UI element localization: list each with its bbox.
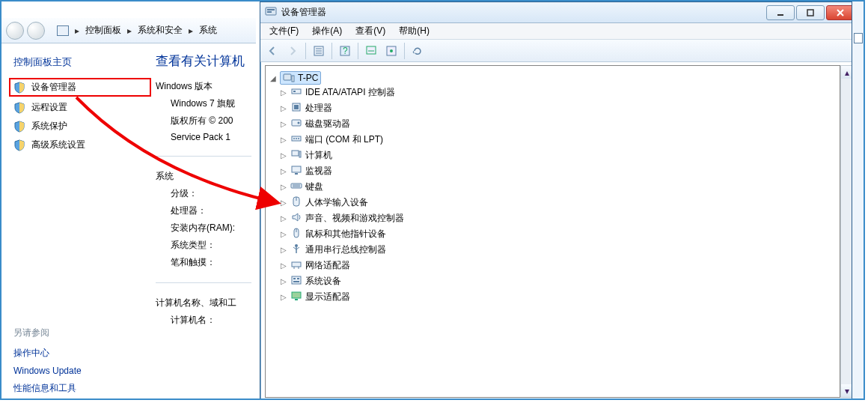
control-panel-window: ▸ 控制面板 ▸ 系统和安全 ▸ 系统 控制面板主页 设备管理器远程设置系统保护… [1,18,256,393]
divider [156,156,251,157]
minimize-button[interactable] [766,5,795,20]
toolbar-refresh-icon[interactable] [409,42,427,60]
expand-icon[interactable]: ▷ [279,136,287,144]
tree-node-label: 网络适配器 [305,259,350,272]
expand-icon[interactable]: ▷ [279,167,287,175]
device-icon [290,274,302,288]
menu-action[interactable]: 操作(A) [306,23,348,39]
maximize-button[interactable] [796,5,825,20]
expand-icon[interactable]: ▷ [279,230,287,238]
expand-icon[interactable]: ▷ [279,151,287,160]
sidebar-item-label: 系统保护 [31,120,67,133]
tree-node[interactable]: ▷磁盘驱动器 [279,116,837,132]
svg-point-15 [390,49,393,52]
tree-node[interactable]: ▷声音、视频和游戏控制器 [279,210,837,226]
tree-node[interactable]: ▷人体学输入设备 [279,195,837,210]
tree-root[interactable]: ◢ T-PC [269,71,837,85]
device-icon [290,117,302,131]
scroll-down-icon[interactable]: ▾ [841,384,852,397]
toolbar-help-icon[interactable]: ? [336,42,354,60]
menu-view[interactable]: 查看(V) [349,23,391,39]
tree-node[interactable]: ▷端口 (COM 和 LPT) [279,132,837,148]
scroll-up-icon[interactable]: ▴ [841,66,852,79]
expand-icon[interactable]: ▷ [279,183,287,191]
breadcrumb[interactable]: 系统和安全 [138,24,183,37]
edition-line: Windows 7 旗舰 [171,97,251,110]
expand-icon[interactable]: ▷ [279,120,287,128]
svg-rect-47 [293,278,296,279]
scroll-track[interactable] [841,79,852,384]
expand-icon[interactable]: ▷ [279,104,287,112]
see-also-link[interactable]: 性能信息和工具 [13,379,151,398]
tree-node[interactable]: ▷网络适配器 [279,258,837,273]
tree-node[interactable]: ▷显示适配器 [279,289,837,305]
chevron-right-icon: ▸ [75,25,79,36]
tree-node[interactable]: ▷计算机 [279,148,837,163]
toolbar-forward-icon[interactable] [284,42,302,60]
tree-root-label: T-PC [298,73,318,83]
expand-icon[interactable]: ▷ [279,199,287,207]
back-button[interactable] [6,22,24,40]
search-icon[interactable] [854,33,863,43]
expand-icon[interactable]: ▷ [279,261,287,270]
tree-node[interactable]: ▷IDE ATA/ATAPI 控制器 [279,85,837,100]
svg-point-26 [296,138,297,139]
sidebar-item-1[interactable]: 远程设置 [9,98,151,117]
sidebar-item-0[interactable]: 设备管理器 [9,78,151,97]
control-panel-home-link[interactable]: 控制面板主页 [13,55,151,69]
tree-node-label: 显示适配器 [305,291,350,303]
expand-icon[interactable]: ▷ [279,293,287,301]
sidebar-item-label: 设备管理器 [31,81,76,94]
tree-node-label: 端口 (COM 和 LPT) [305,133,383,146]
breadcrumb[interactable]: 控制面板 [85,24,121,37]
menu-file[interactable]: 文件(F) [263,23,305,39]
svg-rect-16 [284,74,291,80]
tree-node[interactable]: ▷鼠标和其他指针设备 [279,226,837,242]
shield-icon [13,102,25,114]
svg-text:?: ? [343,46,348,56]
toolbar-detail-icon[interactable] [310,42,328,60]
svg-rect-29 [299,151,301,157]
sidebar-item-3[interactable]: 高级系统设置 [9,136,151,154]
title-bar[interactable]: 设备管理器 [260,2,856,23]
breadcrumb[interactable]: 系统 [199,24,217,37]
expand-icon[interactable]: ▷ [279,277,287,285]
tree-node-label: IDE ATA/ATAPI 控制器 [305,86,395,99]
tree-node[interactable]: ▷通用串行总线控制器 [279,242,837,258]
section-label: Windows 版本 [156,80,251,93]
close-button[interactable] [826,5,855,20]
svg-rect-32 [291,184,302,188]
tree-node-label: 人体学输入设备 [305,196,368,209]
expand-icon[interactable]: ▷ [279,246,287,254]
tree-node[interactable]: ▷处理器 [279,100,837,116]
tree-node-label: 磁盘驱动器 [305,118,350,130]
divider [156,282,251,283]
window-title: 设备管理器 [281,6,326,19]
toolbar-separator [358,43,358,59]
see-also-link[interactable]: 操作中心 [13,344,151,363]
toolbar-properties-icon[interactable] [382,42,400,60]
expand-icon[interactable]: ▷ [279,88,287,97]
menu-help[interactable]: 帮助(H) [393,23,435,39]
tree-node[interactable]: ▷系统设备 [279,273,837,289]
shield-icon [13,82,25,94]
see-also-heading: 另请参阅 [13,327,151,339]
svg-rect-28 [292,151,299,156]
forward-button[interactable] [27,22,45,40]
main-panel: 查看有关计算机 Windows 版本 Windows 7 旗舰 版权所有 © 2… [151,43,256,393]
section-label: 计算机名称、域和工 [156,297,251,309]
collapse-icon[interactable]: ◢ [269,74,277,82]
tree-node[interactable]: ▷监视器 [279,163,837,179]
toolbar-back-icon[interactable] [263,42,281,60]
computer-icon [283,72,295,84]
shield-icon [13,139,25,151]
sidebar-item-2[interactable]: 系统保护 [9,117,151,136]
expand-icon[interactable]: ▷ [279,214,287,222]
device-tree[interactable]: ◢ T-PC ▷IDE ATA/ATAPI 控制器▷处理器▷磁盘驱动器▷端口 (… [265,65,840,398]
toolbar-scan-icon[interactable] [362,42,380,60]
svg-rect-4 [807,10,813,16]
svg-rect-43 [292,262,301,267]
device-icon [290,211,302,225]
tree-node[interactable]: ▷键盘 [279,179,837,195]
see-also-link[interactable]: Windows Update [13,363,151,379]
